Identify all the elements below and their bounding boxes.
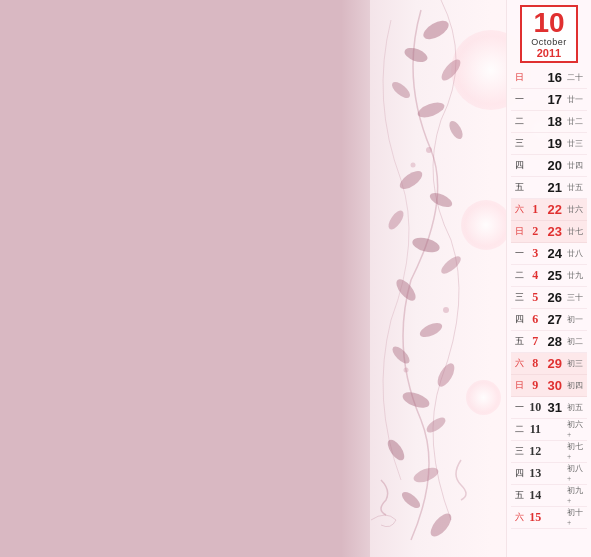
- calendar-row: 一324廿八: [511, 243, 587, 265]
- calendar-row: 五728初二: [511, 331, 587, 353]
- svg-point-17: [385, 437, 408, 463]
- svg-point-24: [404, 368, 409, 373]
- cn-date: 12: [528, 444, 542, 459]
- lunar-date: 廿五: [567, 183, 585, 193]
- gregorian-date: 27: [546, 312, 564, 327]
- day-of-week: 六: [513, 357, 525, 370]
- gregorian-date: 21: [546, 180, 564, 195]
- lunar-date: 二十: [567, 73, 585, 83]
- cn-date: 15: [528, 510, 542, 525]
- lunar-date: 廿九: [567, 271, 585, 281]
- calendar-row: 三12初七+: [511, 441, 587, 463]
- gregorian-date: 19: [546, 136, 564, 151]
- lunar-date: 初四: [567, 381, 585, 391]
- gregorian-date: 18: [546, 114, 564, 129]
- calendar-row: 四627初一: [511, 309, 587, 331]
- lunar-date: 廿六: [567, 205, 585, 215]
- calendar-row: 五21廿五: [511, 177, 587, 199]
- day-of-week: 五: [513, 489, 525, 502]
- calendar-row: 六829初三: [511, 353, 587, 375]
- gregorian-date: 23: [546, 224, 564, 239]
- cn-date: 14: [528, 488, 542, 503]
- day-of-week: 日: [513, 225, 525, 238]
- day-of-week: 六: [513, 203, 525, 216]
- calendar-row: 一1031初五: [511, 397, 587, 419]
- lunar-date: 廿一: [567, 95, 585, 105]
- day-of-week: 四: [513, 159, 525, 172]
- lunar-date: 初十+: [567, 508, 585, 527]
- svg-point-23: [443, 307, 449, 313]
- gregorian-date: 25: [546, 268, 564, 283]
- cn-date: 7: [528, 334, 542, 349]
- calendar-row: 六15初十+: [511, 507, 587, 529]
- svg-point-20: [427, 510, 455, 540]
- lunar-date: 廿四: [567, 161, 585, 171]
- calendar-row: 一17廿一: [511, 89, 587, 111]
- calendar-day-number: 10: [524, 9, 574, 37]
- gregorian-date: 26: [546, 290, 564, 305]
- gregorian-date: 16: [546, 70, 564, 85]
- day-of-week: 一: [513, 93, 525, 106]
- lunar-date: 初一: [567, 315, 585, 325]
- svg-point-8: [386, 208, 407, 232]
- lunar-date: 廿八: [567, 249, 585, 259]
- cn-date: 10: [528, 400, 542, 415]
- calendar-panel: 10 October 2011 日16二十一17廿一二18廿二三19廿三四20廿…: [506, 0, 591, 557]
- month-header: 10 October 2011: [520, 5, 578, 63]
- left-panel: [0, 0, 370, 557]
- lunar-date: 初六+: [567, 420, 585, 439]
- day-of-week: 二: [513, 115, 525, 128]
- day-of-week: 日: [513, 379, 525, 392]
- gregorian-date: 22: [546, 202, 564, 217]
- lunar-date: 三十: [567, 293, 585, 303]
- svg-point-0: [420, 17, 451, 43]
- gregorian-date: 30: [546, 378, 564, 393]
- svg-point-2: [438, 57, 463, 84]
- cn-date: 1: [528, 202, 542, 217]
- gregorian-date: 29: [546, 356, 564, 371]
- day-of-week: 一: [513, 401, 525, 414]
- gregorian-date: 20: [546, 158, 564, 173]
- calendar-row: 日930初四: [511, 375, 587, 397]
- lunar-date: 初三: [567, 359, 585, 369]
- day-of-week: 日: [513, 71, 525, 84]
- calendar-row: 日223廿七: [511, 221, 587, 243]
- lunar-date: 初九+: [567, 486, 585, 505]
- day-of-week: 二: [513, 269, 525, 282]
- calendar-row: 二11初六+: [511, 419, 587, 441]
- calendar-row: 四20廿四: [511, 155, 587, 177]
- svg-point-16: [424, 415, 448, 436]
- cn-date: 6: [528, 312, 542, 327]
- calendar-row: 六122廿六: [511, 199, 587, 221]
- lunar-date: 廿三: [567, 139, 585, 149]
- calendar-year: 2011: [524, 47, 574, 59]
- lunar-date: 初二: [567, 337, 585, 347]
- day-of-week: 五: [513, 181, 525, 194]
- cn-date: 11: [528, 422, 542, 437]
- svg-point-9: [411, 235, 441, 255]
- gregorian-date: 28: [546, 334, 564, 349]
- day-of-week: 三: [513, 445, 525, 458]
- svg-point-5: [447, 119, 466, 141]
- cn-date: 9: [528, 378, 542, 393]
- cn-date: 3: [528, 246, 542, 261]
- lunar-date: 廿七: [567, 227, 585, 237]
- cn-date: 5: [528, 290, 542, 305]
- calendar-row: 五14初九+: [511, 485, 587, 507]
- calendar-rows: 日16二十一17廿一二18廿二三19廿三四20廿四五21廿五六122廿六日223…: [507, 67, 591, 529]
- svg-point-22: [411, 163, 416, 168]
- calendar-row: 四13初八+: [511, 463, 587, 485]
- day-of-week: 二: [513, 423, 525, 436]
- gregorian-date: 17: [546, 92, 564, 107]
- cn-date: 2: [528, 224, 542, 239]
- main-container: 10 October 2011 日16二十一17廿一二18廿二三19廿三四20廿…: [0, 0, 591, 557]
- svg-point-19: [399, 489, 422, 511]
- day-of-week: 三: [513, 137, 525, 150]
- day-of-week: 三: [513, 291, 525, 304]
- calendar-row: 二425廿九: [511, 265, 587, 287]
- lunar-date: 初五: [567, 403, 585, 413]
- lunar-date: 廿二: [567, 117, 585, 127]
- svg-point-7: [428, 190, 454, 210]
- lunar-date: 初七+: [567, 442, 585, 461]
- day-of-week: 四: [513, 313, 525, 326]
